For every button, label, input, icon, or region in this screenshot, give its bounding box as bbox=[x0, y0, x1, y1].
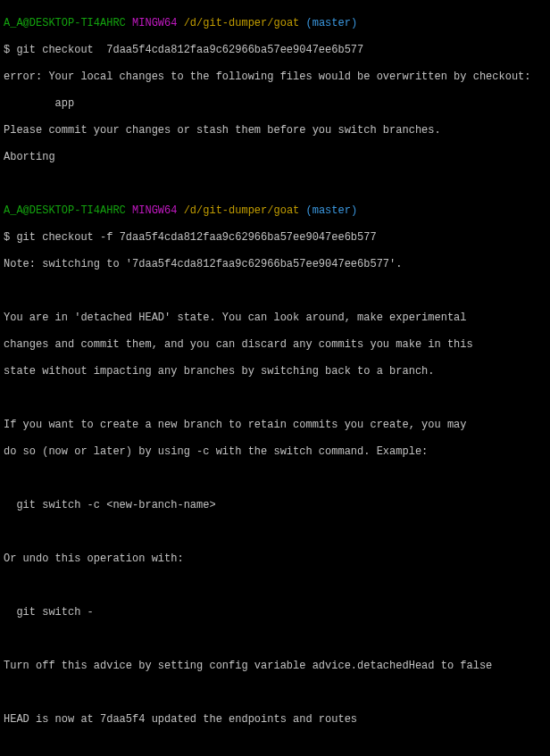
blank-line bbox=[4, 178, 546, 191]
output-line: You are in 'detached HEAD' state. You ca… bbox=[4, 312, 546, 325]
prompt-branch-close: ) bbox=[351, 17, 357, 29]
prompt-line: A_A@DESKTOP-TI4AHRC MINGW64 /d/git-dumpe… bbox=[4, 204, 546, 218]
output-line: git switch - bbox=[4, 606, 546, 619]
terminal[interactable]: A_A@DESKTOP-TI4AHRC MINGW64 /d/git-dumpe… bbox=[0, 0, 550, 756]
prompt-dollar: $ bbox=[4, 44, 16, 56]
prompt-mingw: MINGW64 bbox=[132, 204, 177, 217]
output-line: HEAD is now at 7daa5f4 updated the endpo… bbox=[4, 713, 546, 727]
output-line: Turn off this advice by setting config v… bbox=[4, 660, 546, 673]
prompt-mingw: MINGW64 bbox=[132, 17, 177, 29]
command-text: git checkout -f 7daa5f4cda812faa9c62966b… bbox=[16, 231, 376, 244]
command-line: $ git checkout 7daa5f4cda812faa9c62966ba… bbox=[4, 44, 546, 57]
output-line: Note: switching to '7daa5f4cda812faa9c62… bbox=[4, 258, 546, 271]
blank-line bbox=[4, 285, 546, 298]
blank-line bbox=[4, 686, 546, 700]
command-line: $ git checkout -f 7daa5f4cda812faa9c6296… bbox=[4, 231, 546, 245]
output-line: Or undo this operation with: bbox=[4, 552, 546, 566]
prompt-dollar: $ bbox=[4, 231, 16, 244]
prompt-line: A_A@DESKTOP-TI4AHRC MINGW64 /d/git-dumpe… bbox=[4, 17, 546, 30]
prompt-path: /d/git-dumper/goat bbox=[184, 17, 300, 29]
prompt-branch: master bbox=[312, 204, 351, 217]
output-line: error: Your local changes to the followi… bbox=[4, 71, 546, 84]
output-line: If you want to create a new branch to re… bbox=[4, 419, 546, 432]
blank-line bbox=[4, 579, 546, 593]
output-line: do so (now or later) by using -c with th… bbox=[4, 445, 546, 459]
prompt-user: A_A@DESKTOP-TI4AHRC bbox=[4, 204, 126, 217]
output-line: Aborting bbox=[4, 151, 546, 164]
blank-line bbox=[4, 472, 546, 486]
output-line: app bbox=[4, 97, 546, 111]
prompt-branch-open: ( bbox=[305, 204, 312, 217]
prompt-branch: master bbox=[312, 17, 351, 29]
prompt-branch-close: ) bbox=[351, 204, 357, 217]
command-text: git checkout 7daa5f4cda812faa9c62966ba57… bbox=[16, 44, 363, 56]
prompt-path: /d/git-dumper/goat bbox=[184, 204, 300, 217]
blank-line bbox=[4, 392, 546, 405]
prompt-branch-open: ( bbox=[305, 17, 312, 29]
blank-line bbox=[4, 740, 546, 753]
prompt-user: A_A@DESKTOP-TI4AHRC bbox=[4, 17, 126, 29]
blank-line bbox=[4, 633, 546, 646]
output-line: Please commit your changes or stash them… bbox=[4, 124, 546, 137]
blank-line bbox=[4, 526, 546, 539]
output-line: git switch -c <new-branch-name> bbox=[4, 499, 546, 512]
output-line: changes and commit them, and you can dis… bbox=[4, 338, 546, 352]
output-line: state without impacting any branches by … bbox=[4, 365, 546, 378]
